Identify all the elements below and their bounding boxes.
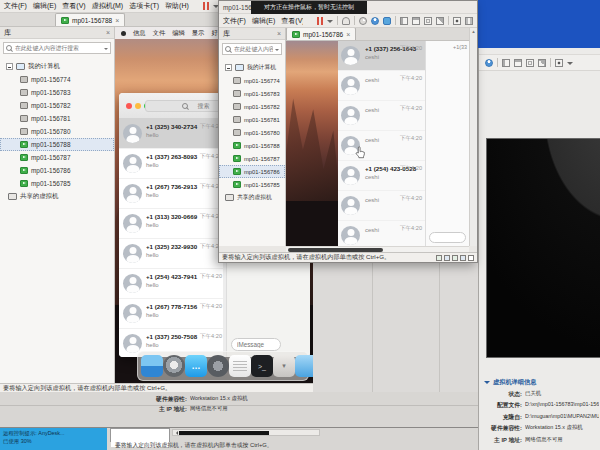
close-traffic-light[interactable] [126, 103, 132, 109]
dock-icon[interactable] [141, 355, 163, 377]
dock-icon[interactable]: … [185, 355, 207, 377]
expander-icon[interactable] [6, 63, 13, 70]
dock-icon[interactable]: ▾ [273, 355, 295, 377]
scrollbar-thumb[interactable] [179, 431, 269, 435]
macos-menu-item[interactable]: 信息 [133, 29, 146, 38]
toolbar-icon[interactable] [502, 59, 510, 67]
bottom-scrollbar[interactable] [172, 429, 320, 436]
anydesk-notification[interactable]: 远程控制提示: AnyDesk... 已使用 30% [0, 428, 107, 450]
conversation-item[interactable]: ceshi 下午4:20 [338, 191, 425, 221]
vm-item[interactable]: mp01-156786 [0, 164, 114, 177]
shared-vms-row[interactable]: 共享的虚拟机 [0, 190, 114, 203]
vm-item[interactable]: mp01-156787 [0, 151, 114, 164]
toolbar-icon[interactable] [497, 58, 498, 67]
hard-disk-icon[interactable] [436, 255, 442, 261]
toolbar-icon[interactable] [359, 17, 367, 25]
sound-icon[interactable] [460, 255, 466, 261]
vm-item[interactable]: mp01-156786 [219, 165, 285, 178]
sidebar-search[interactable] [3, 42, 111, 54]
toolbar-icon[interactable] [317, 17, 323, 25]
toolbar-icon[interactable] [371, 17, 379, 25]
scroll-left-arrow-icon[interactable] [174, 431, 178, 435]
toolbar-icon[interactable] [526, 59, 534, 67]
vm-item[interactable]: mp01-156774 [219, 74, 285, 87]
apple-icon[interactable] [121, 31, 126, 36]
toolbar-icon[interactable] [327, 20, 333, 26]
menu-item[interactable]: 虚拟机(M) [92, 1, 124, 11]
toolbar-icon[interactable] [567, 62, 573, 68]
dropdown-arrow-icon[interactable] [275, 49, 279, 53]
toolbar-icon[interactable] [538, 59, 546, 67]
vm-item[interactable]: mp01-156782 [219, 100, 285, 113]
toolbar-icon[interactable] [436, 17, 444, 25]
close-icon[interactable]: × [115, 17, 119, 24]
conversation-item[interactable]: +1 (254) 423-0528 ceshi 下午4:20 [338, 161, 425, 191]
vm-item[interactable]: mp01-156781 [0, 112, 114, 125]
expander-icon[interactable] [225, 64, 232, 71]
menu-item[interactable]: 选项卡(T) [129, 1, 159, 11]
conversation-item[interactable]: ceshi 下午4:20 [338, 131, 425, 161]
dock-icon[interactable] [295, 355, 313, 377]
vm-item[interactable]: mp01-156785 [219, 178, 285, 191]
toolbar-icon[interactable] [412, 17, 420, 25]
menu-item[interactable]: 查看(V) [281, 16, 303, 26]
close-icon[interactable]: × [106, 29, 110, 36]
toolbar-icon[interactable] [400, 17, 408, 25]
conversation-item[interactable]: ceshi 下午4:20 [338, 221, 425, 246]
imessage-input-box[interactable] [429, 232, 466, 243]
scrollbar-thumb[interactable] [288, 248, 383, 252]
menu-item[interactable]: 编辑(E) [33, 1, 56, 11]
dropdown-arrow-icon[interactable] [104, 48, 108, 52]
conversation-item[interactable]: ceshi 下午4:20 [338, 101, 425, 131]
imessage-input[interactable] [237, 341, 275, 348]
vm-item[interactable]: mp01-156782 [0, 99, 114, 112]
vm-item[interactable]: mp01-156781 [219, 113, 285, 126]
vm-item[interactable]: mp01-156774 [0, 73, 114, 86]
vm-item[interactable]: mp01-156780 [219, 126, 285, 139]
details-section-title[interactable]: 虚拟机详细信息 [484, 378, 599, 387]
dock-icon[interactable]: >_ [251, 355, 273, 377]
toolbar-icon[interactable] [453, 17, 461, 25]
vertical-scrollbar[interactable]: ▴ [469, 28, 477, 246]
conversation-item[interactable]: +1 (267) 778-7156 hello 下午4:20 [119, 299, 225, 329]
toolbar-icon[interactable] [342, 17, 350, 25]
message-log-icon[interactable] [468, 255, 474, 261]
conversation-item[interactable]: +1 (254) 423-7941 hello 下午4:20 [119, 269, 225, 299]
conversation-item[interactable]: +1 (337) 263-8093 hello 下午4:21 [119, 149, 225, 179]
menu-item[interactable]: 帮助(H) [165, 1, 189, 11]
dock-icon[interactable] [229, 355, 251, 377]
cd-icon[interactable] [444, 255, 450, 261]
vm-tab[interactable]: mp01-156786 × [286, 28, 356, 40]
toolbar-icon[interactable] [550, 58, 551, 67]
vm-screen-thumbnail[interactable] [486, 138, 600, 358]
conversation-item[interactable]: +1 (337) 256-1643 ceshi 下午4:20 [338, 41, 425, 71]
my-computer-row[interactable]: 我的计算机 [0, 60, 114, 73]
toolbar-icon[interactable] [485, 59, 493, 67]
toolbar-icon[interactable] [395, 16, 396, 25]
menu-item[interactable]: 文件(F) [4, 1, 27, 11]
toolbar-icon[interactable] [448, 16, 449, 25]
messages-search-input[interactable] [191, 103, 217, 109]
macos-menu-item[interactable]: 显示 [192, 29, 205, 38]
vm-item[interactable]: mp01-156780 [0, 125, 114, 138]
toolbar-icon[interactable] [424, 17, 432, 25]
macos-menu-item[interactable]: 文件 [153, 29, 166, 38]
vm-item[interactable]: mp01-156783 [0, 86, 114, 99]
toolbar-icon[interactable] [514, 59, 522, 67]
vm-item[interactable]: mp01-156785 [0, 177, 114, 190]
toolbar-icon[interactable] [337, 16, 338, 25]
vm-item[interactable]: mp01-156788 [219, 139, 285, 152]
vm-item[interactable]: mp01-156783 [219, 87, 285, 100]
toolbar-icon[interactable] [465, 17, 473, 25]
search-input[interactable] [15, 45, 102, 51]
menu-item[interactable]: 文件(F) [223, 16, 246, 26]
toolbar-icon[interactable] [555, 59, 563, 67]
search-input[interactable] [234, 46, 273, 52]
vm-item[interactable]: mp01-156788 [0, 138, 114, 151]
toolbar-icon[interactable] [383, 17, 391, 25]
macos-menu-item[interactable]: 编辑 [172, 29, 185, 38]
sidebar-search[interactable] [222, 43, 282, 55]
dock-icon[interactable] [163, 355, 185, 377]
imessage-input-box[interactable] [231, 338, 281, 351]
conversation-item[interactable]: +1 (325) 232-9930 hello 下午4:20 [119, 239, 225, 269]
